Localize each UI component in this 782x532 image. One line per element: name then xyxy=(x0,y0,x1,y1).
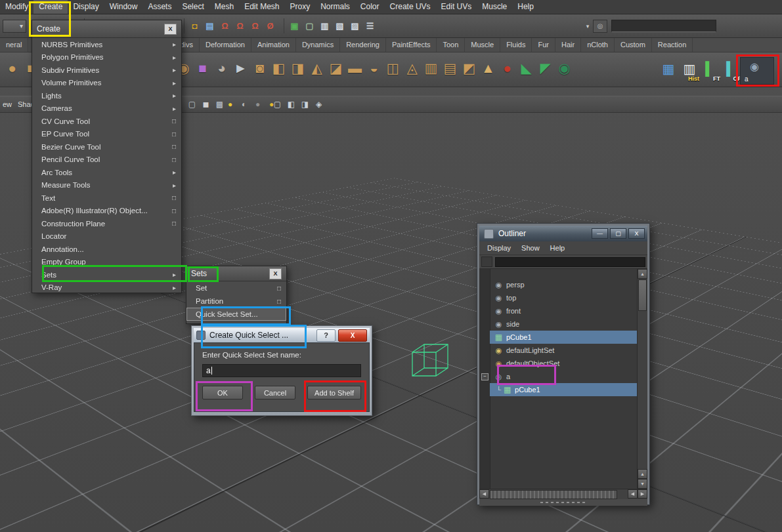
menu-item-adornment[interactable]: ▸ xyxy=(173,54,176,61)
history-shelf-icon[interactable]: ▥ Hist xyxy=(679,55,700,83)
menubar-item[interactable]: Help xyxy=(512,0,539,14)
shelf-tab[interactable]: PaintEffects xyxy=(386,38,437,52)
graph-curve-icon[interactable]: ◤ xyxy=(536,56,555,80)
create-menu-item[interactable]: Adobe(R) Illustrator(R) Object... □ xyxy=(32,205,181,218)
scroll-right-button[interactable]: ▶ xyxy=(638,489,647,499)
menu-item-adornment[interactable]: ▸ xyxy=(173,41,176,48)
ft-shelf-icon[interactable]: ▍ FT xyxy=(700,55,721,83)
ipr-render-icon[interactable]: ▨ xyxy=(347,18,362,33)
scrollbar-thumb[interactable] xyxy=(638,279,647,311)
outliner-horizontal-scrollbar[interactable]: ◀ ◀ ▶ xyxy=(479,489,647,499)
menubar-item[interactable]: Assets xyxy=(142,0,177,14)
paint-weights-icon[interactable]: ◣ xyxy=(517,56,536,80)
menu-item-adornment[interactable]: □ xyxy=(172,143,176,150)
outliner-item-defaultlightset[interactable]: ◉ defaultLightSet xyxy=(490,344,638,357)
filter-icon[interactable] xyxy=(481,256,492,267)
outliner-menu-item[interactable]: Help xyxy=(545,244,571,252)
no-lights-icon[interactable]: ◐ xyxy=(237,97,251,112)
menu-item-adornment[interactable]: ▸ xyxy=(173,66,176,73)
sets-menu-item[interactable]: Set □ xyxy=(186,281,286,295)
menu-item-adornment[interactable]: □ xyxy=(172,117,176,125)
combine-icon[interactable]: ◧ xyxy=(269,56,288,80)
shelf-tab[interactable]: Reaction xyxy=(652,38,693,52)
insert-edge-loop-icon[interactable]: ▥ xyxy=(422,56,441,80)
menu-item-adornment[interactable]: ▸ xyxy=(173,105,176,112)
outliner-search-input[interactable] xyxy=(495,257,645,267)
menubar-item[interactable]: Display xyxy=(68,0,104,14)
outliner-item-front[interactable]: ◉ front xyxy=(490,304,638,317)
outliner-item-persp[interactable]: ◉ persp xyxy=(490,278,638,291)
append-polygon-icon[interactable]: ◩ xyxy=(460,56,479,80)
shelf-tab[interactable]: Fluids xyxy=(500,38,532,52)
menubar-item[interactable]: Select xyxy=(177,0,209,14)
shelf-tab[interactable]: Dynamics xyxy=(296,38,340,52)
menubar-item[interactable]: Mesh xyxy=(209,0,239,14)
menubar-item[interactable]: Color xyxy=(355,0,385,14)
new-quick-select-shelf-button[interactable]: ◉ a xyxy=(740,57,774,85)
mirror-geometry-icon[interactable]: ◫ xyxy=(383,56,402,80)
menu-item-adornment[interactable]: ▸ xyxy=(173,79,176,87)
quick-search-icon[interactable]: ◎ xyxy=(593,20,607,33)
menubar-item[interactable]: Create xyxy=(33,0,68,14)
dialog-titlebar[interactable]: Create Quick Select ... ? X xyxy=(194,328,370,342)
lock-selection-icon[interactable]: ◘ xyxy=(187,18,202,33)
selection-mask-dropdown[interactable]: ▾ xyxy=(3,20,26,33)
wireframe-mode-icon[interactable]: ▢ xyxy=(185,97,199,112)
menu-item-adornment[interactable]: □ xyxy=(277,298,281,305)
snap-magnet-point-icon[interactable]: Ω xyxy=(248,18,263,33)
menu-item-adornment[interactable]: ▸ xyxy=(173,271,176,278)
shelf-tab[interactable]: Rendering xyxy=(340,38,386,52)
outliner-menu-item[interactable]: Display xyxy=(482,244,516,252)
sets-menu-item[interactable]: Quick Select Set... xyxy=(186,308,286,321)
shaded-mode-icon[interactable]: ◼ xyxy=(199,97,213,112)
subdiv-cube-icon[interactable]: ■ xyxy=(193,56,212,80)
create-menu-item[interactable]: Sets ▸ xyxy=(32,268,181,281)
cancel-button[interactable]: Cancel xyxy=(255,386,295,399)
close-button[interactable]: X xyxy=(338,329,367,342)
xray-icon[interactable]: ◧ xyxy=(284,97,298,112)
shelf-tab[interactable]: neral xyxy=(0,38,28,52)
sets-menu-item[interactable]: Partition □ xyxy=(186,295,286,308)
menu-item-adornment[interactable]: □ xyxy=(172,131,176,138)
shelf-tab[interactable]: nCloth xyxy=(581,38,615,52)
panel-link-icon[interactable]: ◈ xyxy=(312,97,326,112)
menu-item-adornment[interactable]: ▸ xyxy=(173,169,176,176)
bevel-icon[interactable]: ◪ xyxy=(326,56,345,80)
menubar-item[interactable]: Create UVs xyxy=(385,0,436,14)
outliner-resize-grip[interactable] xyxy=(479,499,647,506)
close-icon[interactable]: X xyxy=(269,268,282,279)
outliner-item-pcube1-child[interactable]: └ ▦ pCube1 xyxy=(490,383,638,396)
add-to-shelf-button[interactable]: Add to Shelf xyxy=(307,386,361,399)
create-menu-item[interactable]: Bezier Curve Tool □ xyxy=(32,140,181,153)
material-sphere-icon[interactable]: ● xyxy=(498,56,517,80)
panel-menu-view[interactable]: ew xyxy=(3,96,12,112)
create-menu-titlebar[interactable]: Create X xyxy=(32,20,181,38)
create-menu-item[interactable]: Pencil Curve Tool □ xyxy=(32,153,181,167)
snap-magnet-curve-icon[interactable]: Ω xyxy=(232,18,248,33)
default-lighting-icon[interactable]: ● xyxy=(223,97,237,112)
menu-item-adornment[interactable]: □ xyxy=(277,285,281,292)
wire-on-shaded-icon[interactable]: ◨ xyxy=(298,97,312,112)
create-menu-item[interactable]: Subdiv Primitives ▸ xyxy=(32,64,181,77)
inputs-panel-icon[interactable]: ▤ xyxy=(202,18,217,33)
separate-icon[interactable]: ◨ xyxy=(288,56,307,80)
isolate-select-icon[interactable]: ▢ xyxy=(271,97,284,112)
close-button[interactable]: X xyxy=(628,228,645,239)
shelf-tab[interactable]: Toon xyxy=(437,38,465,52)
create-menu-item[interactable]: Locator xyxy=(32,230,181,243)
sets-menu-titlebar[interactable]: Sets X xyxy=(186,266,286,281)
construction-history-on-icon[interactable]: ▣ xyxy=(287,18,302,33)
field-mode-dropdown[interactable]: ▾ xyxy=(582,20,593,32)
render-current-frame-icon[interactable]: ▧ xyxy=(332,18,347,33)
close-icon[interactable]: X xyxy=(164,24,177,35)
selected-cube-wireframe[interactable] xyxy=(406,339,452,381)
scroll-left-button[interactable]: ◀ xyxy=(479,489,489,499)
outliner-titlebar[interactable]: Outliner — ▢ X xyxy=(479,226,647,241)
create-polygon-icon[interactable]: ▲ xyxy=(479,56,498,80)
smooth-icon[interactable]: ◒ xyxy=(364,56,383,80)
outliner-item-top[interactable]: ◉ top xyxy=(490,291,638,304)
scroll-left-button[interactable]: ◀ xyxy=(628,489,638,499)
multi-cut-icon[interactable]: ◬ xyxy=(402,56,422,80)
menu-item-adornment[interactable]: ▸ xyxy=(173,182,176,189)
menu-item-adornment[interactable]: ▸ xyxy=(173,284,176,291)
